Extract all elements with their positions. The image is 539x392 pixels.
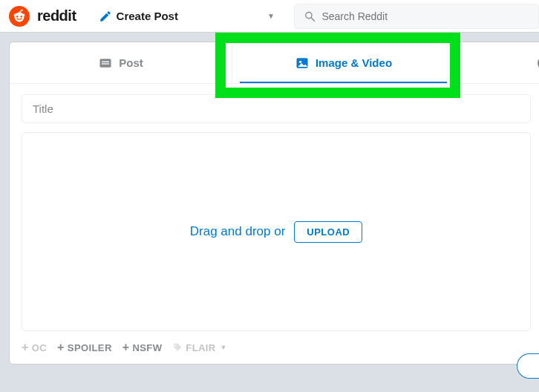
svg-rect-8: [100, 59, 111, 68]
svg-line-7: [311, 18, 314, 21]
svg-point-1: [16, 16, 18, 17]
svg-point-5: [21, 9, 22, 10]
svg-rect-9: [102, 61, 109, 62]
community-dropdown-caret[interactable]: ▼: [267, 12, 275, 20]
brand-text[interactable]: reddit: [37, 7, 76, 24]
nsfw-tag-button[interactable]: + NSFW: [122, 342, 163, 353]
plus-icon: +: [122, 342, 130, 353]
search-container[interactable]: [294, 4, 539, 29]
create-post-label: Create Post: [117, 10, 178, 22]
tab-link-partial[interactable]: [455, 42, 539, 83]
tag-icon: [172, 342, 183, 353]
svg-point-3: [14, 13, 16, 16]
nsfw-label: NSFW: [132, 342, 162, 353]
reddit-logo-icon[interactable]: [9, 6, 30, 27]
pencil-icon: [99, 10, 112, 23]
svg-point-12: [299, 60, 301, 62]
content-area: Post Image & Video Drag and drop or: [9, 42, 539, 365]
flair-tag-button[interactable]: FLAIR ▼: [172, 342, 227, 353]
tab-post-label: Post: [119, 56, 143, 69]
svg-point-14: [175, 345, 177, 347]
search-input[interactable]: [321, 10, 529, 22]
dropzone-text: Drag and drop or: [190, 224, 286, 239]
svg-rect-10: [102, 63, 109, 64]
create-post-button[interactable]: Create Post: [99, 10, 178, 23]
composer-card: Post Image & Video Drag and drop or: [9, 42, 539, 365]
tab-image-video-label: Image & Video: [316, 56, 392, 69]
tab-post[interactable]: Post: [10, 42, 232, 83]
spoiler-label: SPOILER: [68, 342, 112, 353]
media-dropzone[interactable]: Drag and drop or Upload: [22, 132, 531, 331]
tab-image-video[interactable]: Image & Video: [232, 42, 455, 83]
partial-button-right[interactable]: [517, 353, 539, 379]
post-icon: [98, 56, 113, 71]
link-icon-partial: [534, 56, 539, 71]
title-row: [10, 84, 539, 123]
composer-tabs: Post Image & Video: [10, 42, 539, 84]
svg-point-4: [22, 13, 24, 16]
image-icon: [295, 56, 310, 71]
oc-label: OC: [32, 342, 47, 353]
svg-point-0: [15, 12, 24, 22]
top-bar: reddit Create Post ▼: [0, 0, 539, 33]
plus-icon: +: [22, 342, 29, 353]
flag-row: + OC + SPOILER + NSFW FLAIR ▼: [10, 331, 539, 364]
plus-icon: +: [57, 342, 65, 353]
oc-tag-button[interactable]: + OC: [22, 342, 47, 353]
flair-label: FLAIR: [186, 342, 215, 353]
title-input[interactable]: [22, 94, 531, 123]
upload-button[interactable]: Upload: [294, 221, 362, 243]
svg-point-2: [21, 16, 22, 17]
search-icon: [304, 10, 316, 23]
chevron-down-icon: ▼: [220, 344, 227, 351]
svg-point-6: [306, 12, 312, 18]
spoiler-tag-button[interactable]: + SPOILER: [57, 342, 112, 353]
